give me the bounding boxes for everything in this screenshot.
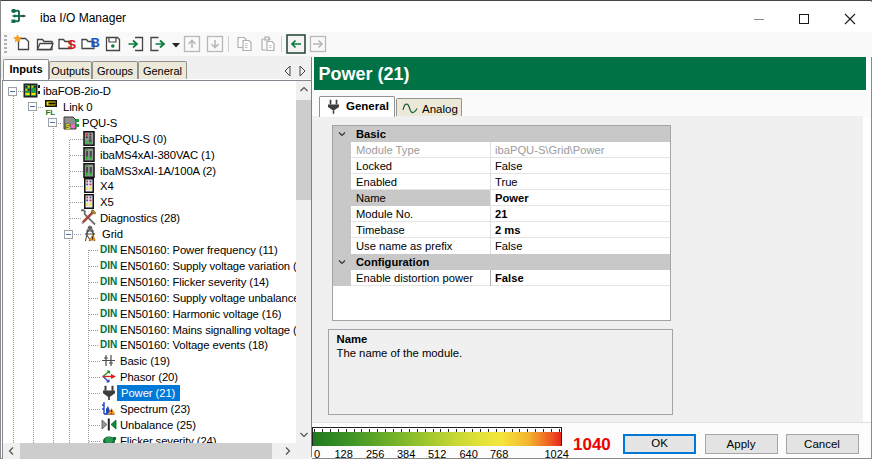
svg-text:S: S bbox=[66, 123, 71, 130]
svg-text:FL: FL bbox=[46, 107, 56, 115]
svg-text:S: S bbox=[68, 37, 77, 52]
svg-text:B: B bbox=[91, 35, 100, 50]
